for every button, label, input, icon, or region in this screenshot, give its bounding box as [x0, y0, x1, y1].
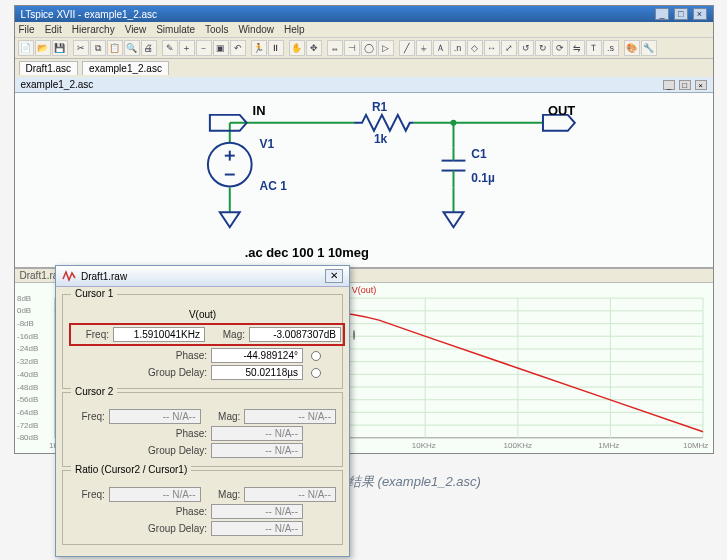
pick-icon[interactable]: ✥ — [306, 40, 322, 56]
search-icon[interactable]: 🔍 — [124, 40, 140, 56]
capacitor-icon[interactable]: ⊣ — [344, 40, 360, 56]
cursor-dialog-titlebar[interactable]: Draft1.raw ✕ — [56, 266, 349, 287]
undo-icon[interactable]: ↺ — [518, 40, 534, 56]
cursor-dialog-body: Cursor 1 V(out) Freq: 1.5910041KHz Mag: … — [56, 287, 349, 499]
child-maximize-button[interactable]: □ — [679, 80, 691, 90]
gdelay-label: Group Delay: — [69, 445, 207, 456]
menu-tools[interactable]: Tools — [205, 24, 228, 35]
tab-example[interactable]: example1_2.asc — [82, 61, 169, 75]
move-icon[interactable]: ↔ — [484, 40, 500, 56]
mag-label: Mag: — [205, 411, 241, 422]
label-icon[interactable]: Ａ — [433, 40, 449, 56]
rotate-icon[interactable]: ⟳ — [552, 40, 568, 56]
phase-label: Phase: — [69, 350, 207, 361]
cursor1-mag-radio[interactable] — [353, 330, 355, 340]
schematic-canvas[interactable]: IN OUT V1 AC 1 R1 1k C1 0.1µ — [15, 93, 713, 268]
open-icon[interactable]: 📂 — [35, 40, 51, 56]
text-icon[interactable]: Ｔ — [586, 40, 602, 56]
ytick: -8dB — [16, 319, 33, 328]
schematic-titlebar: example1_2.asc _ □ × — [15, 77, 713, 93]
v1-name[interactable]: V1 — [259, 137, 274, 151]
menu-hierarchy[interactable]: Hierarchy — [72, 24, 115, 35]
c1-name[interactable]: C1 — [471, 147, 487, 161]
zoom-back-icon[interactable]: ↶ — [230, 40, 246, 56]
drag-icon[interactable]: ⤢ — [501, 40, 517, 56]
v1-value[interactable]: AC 1 — [259, 179, 287, 193]
tab-draft1[interactable]: Draft1.asc — [19, 61, 79, 75]
hand-icon[interactable]: ✋ — [289, 40, 305, 56]
cursor1-highlight: Freq: 1.5910041KHz Mag: -3.0087307dB — [69, 323, 345, 346]
print-icon[interactable]: 🖨 — [141, 40, 157, 56]
new-icon[interactable]: 📄 — [18, 40, 34, 56]
separator — [69, 40, 72, 56]
c1-value[interactable]: 0.1µ — [471, 171, 495, 185]
minimize-button[interactable]: _ — [655, 8, 669, 20]
mag-label: Mag: — [209, 329, 245, 340]
run-icon[interactable]: 🏃 — [251, 40, 267, 56]
cursor-dialog[interactable]: Draft1.raw ✕ Cursor 1 V(out) Freq: 1.591… — [55, 265, 350, 499]
child-close-button[interactable]: × — [695, 80, 707, 90]
spice-directive-icon[interactable]: .s — [603, 40, 619, 56]
ytick: -40dB — [16, 370, 37, 379]
menu-edit[interactable]: Edit — [45, 24, 62, 35]
ytick: 8dB — [16, 294, 30, 303]
ratio-freq-value: -- N/A-- — [109, 487, 201, 499]
cursor1-legend: Cursor 1 — [71, 288, 117, 299]
palette-icon[interactable]: 🎨 — [624, 40, 640, 56]
inductor-icon[interactable]: ◯ — [361, 40, 377, 56]
menu-simulate[interactable]: Simulate — [156, 24, 195, 35]
cursor1-mag-value[interactable]: -3.0087307dB — [249, 327, 341, 342]
menu-window[interactable]: Window — [238, 24, 274, 35]
freq-label: Freq: — [69, 411, 105, 422]
menu-view[interactable]: View — [125, 24, 147, 35]
cut-icon[interactable]: ✂ — [73, 40, 89, 56]
r1-value[interactable]: 1k — [373, 132, 387, 146]
zoom-out-icon[interactable]: － — [196, 40, 212, 56]
copy-icon[interactable]: ⧉ — [90, 40, 106, 56]
zoom-fit-icon[interactable]: ▣ — [213, 40, 229, 56]
ratio-legend: Ratio (Cursor2 / Cursor1) — [71, 464, 191, 475]
wire-icon[interactable]: ╱ — [399, 40, 415, 56]
cursor1-freq-value[interactable]: 1.5910041KHz — [113, 327, 205, 342]
cursor1-trace-name: V(out) — [69, 309, 336, 320]
menu-file[interactable]: File — [19, 24, 35, 35]
document-tabs: Draft1.asc example1_2.asc — [15, 59, 713, 77]
paste-icon[interactable]: 📋 — [107, 40, 123, 56]
child-minimize-button[interactable]: _ — [663, 80, 675, 90]
net-out-label[interactable]: OUT — [547, 103, 574, 118]
netname-icon[interactable]: .n — [450, 40, 466, 56]
component-icon[interactable]: ◇ — [467, 40, 483, 56]
cursor1-gdelay-radio[interactable] — [311, 368, 321, 378]
ground-icon[interactable]: ⏚ — [416, 40, 432, 56]
menubar: File Edit Hierarchy View Simulate Tools … — [15, 22, 713, 38]
close-button[interactable]: × — [693, 8, 707, 20]
r1-name[interactable]: R1 — [371, 100, 387, 114]
pencil-icon[interactable]: ✎ — [162, 40, 178, 56]
svg-point-6 — [450, 120, 456, 126]
maximize-button[interactable]: □ — [674, 8, 688, 20]
cursor-dialog-close-button[interactable]: ✕ — [325, 269, 343, 283]
diode-icon[interactable]: ▷ — [378, 40, 394, 56]
save-icon[interactable]: 💾 — [52, 40, 68, 56]
zoom-in-icon[interactable]: ＋ — [179, 40, 195, 56]
cursor1-section: Cursor 1 V(out) Freq: 1.5910041KHz Mag: … — [62, 294, 343, 389]
separator — [285, 40, 288, 56]
ytick: -56dB — [16, 395, 37, 404]
ytick: -16dB — [16, 332, 37, 341]
trace-title[interactable]: V(out) — [351, 285, 375, 295]
resistor-icon[interactable]: ⏛ — [327, 40, 343, 56]
svg-point-9 — [207, 143, 251, 187]
cursor1-phase-value[interactable]: -44.989124° — [211, 348, 303, 363]
cursor2-phase-value: -- N/A-- — [211, 426, 303, 441]
svg-marker-13 — [219, 212, 239, 227]
freq-label: Freq: — [73, 329, 109, 340]
cursor1-phase-radio[interactable] — [311, 351, 321, 361]
settings-icon[interactable]: 🔧 — [641, 40, 657, 56]
cursor1-gdelay-value[interactable]: 50.02118µs — [211, 365, 303, 380]
redo-icon[interactable]: ↻ — [535, 40, 551, 56]
spice-directive[interactable]: .ac dec 100 1 10meg — [244, 245, 368, 260]
halt-icon[interactable]: ⏸ — [268, 40, 284, 56]
menu-help[interactable]: Help — [284, 24, 305, 35]
mirror-icon[interactable]: ⇋ — [569, 40, 585, 56]
net-in-label[interactable]: IN — [252, 103, 265, 118]
